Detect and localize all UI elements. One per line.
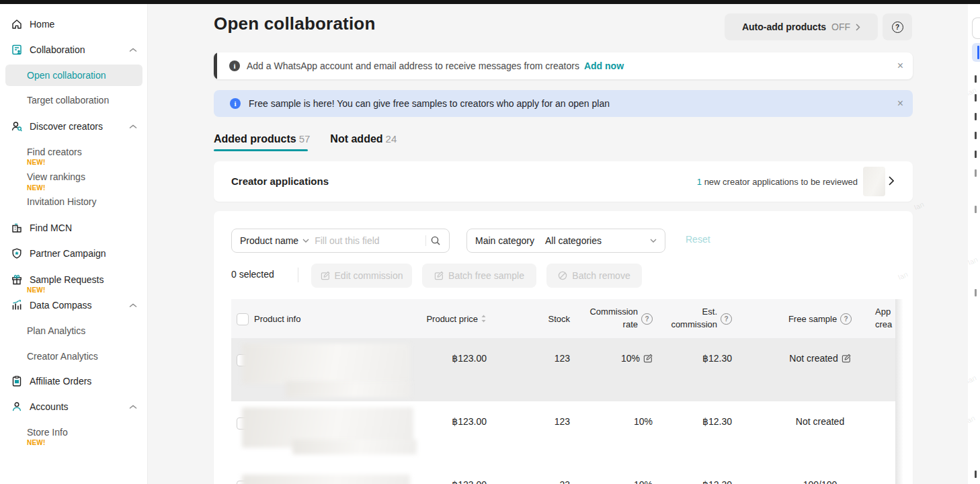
question-circle-icon [892,22,903,33]
accounts-icon [11,401,23,413]
sidebar-item-label: Home [30,19,54,30]
creator-applications-card[interactable]: Creator applications 1 new creator appli… [214,161,913,202]
sidebar-item-home[interactable]: Home [0,15,148,34]
cell-free-sample: Not created [769,414,871,429]
chevron-up-icon[interactable] [129,405,137,409]
edit-commission-button[interactable]: Edit commission [311,264,412,288]
sidebar-item-accounts[interactable]: Accounts [0,397,148,416]
find-mcn-icon [11,222,23,234]
question-circle-icon[interactable] [840,313,852,325]
right-window-sliver: lan lan lan lan [968,4,980,484]
button-label: Batch free sample [448,270,524,281]
close-icon[interactable]: × [897,98,903,109]
cell-product-price: ฿123.00 [386,414,487,429]
watermark-text: lan [913,200,925,212]
sidebar-item-label: Store Info [27,427,68,438]
sidebar-item-view-rankings[interactable]: View rankings [0,167,148,186]
sidebar-item-target-collaboration[interactable]: Target collaboration [0,91,148,110]
sliver-list-item-fragment [975,132,977,139]
sliver-selected-accent [977,46,979,59]
cell-stock: 123 [520,414,570,429]
auto-add-state: OFF [831,22,850,32]
new-badge: NEW! [27,184,45,192]
new-applications-count: 1 [697,177,702,187]
chevron-down-icon [302,239,309,243]
col-label: App [875,307,891,317]
whatsapp-banner: Add a WhatsApp account and email address… [214,52,913,79]
sidebar-item-plan-analytics[interactable]: Plan Analytics [0,321,148,340]
table-row[interactable]: ฿123.00 123 10% ฿12.30 Not created [231,338,895,401]
close-icon[interactable]: × [897,61,903,71]
sidebar-item-store-info[interactable]: Store Info [0,423,148,442]
cell-free-sample: Not created [769,351,871,366]
question-circle-icon[interactable] [721,313,732,325]
col-product-price[interactable]: Product price [386,299,487,338]
sort-icon[interactable] [481,314,487,323]
chevron-down-icon [650,239,657,243]
sidebar-item-collaboration[interactable]: Collaboration [0,40,148,59]
sidebar-item-label: Partner Campaign [30,248,106,259]
active-tab-underline [214,149,308,151]
col-label: crea [875,319,892,329]
cell-est-commission: ฿12.30 [648,351,732,366]
sidebar-item-find-mcn[interactable]: Find MCN [0,218,148,237]
sidebar-item-label: Affiliate Orders [30,376,91,387]
partner-campaign-icon [11,247,23,259]
sidebar-item-discover-creators[interactable]: Discover creators [0,117,148,136]
info-icon [230,98,241,109]
tab-label: Not added [330,133,382,145]
tab-not-added[interactable]: Not added 24 [330,133,397,145]
sliver-list-item-fragment [975,289,977,296]
sidebar-item-invitation-history[interactable]: Invitation History [0,192,148,211]
sidebar-item-label: View rankings [27,171,85,182]
home-icon [11,18,23,30]
chevron-up-icon[interactable] [129,48,137,52]
col-label: Free sample [788,314,837,324]
sample-requests-icon [11,274,23,286]
edit-icon [434,271,444,280]
new-applications-text: new creator applications to be reviewed [704,177,858,187]
edit-free-sample-icon[interactable] [842,354,851,363]
sliver-list-item-fragment [975,94,977,102]
select-all-checkbox[interactable] [237,313,249,325]
button-label: Batch remove [572,270,630,281]
batch-free-sample-button[interactable]: Batch free sample [422,264,536,288]
table-row[interactable]: ฿123.00 23 10% ฿12.30 100/100 [231,465,895,484]
product-name-blur [286,381,411,397]
sidebar-item-label: Sample Requests [30,274,104,285]
product-search-combo[interactable]: Product name [231,229,450,253]
search-field-selector[interactable]: Product name [240,235,298,246]
chevron-up-icon[interactable] [129,124,137,129]
cell-product-price: ฿123.00 [386,477,487,484]
sidebar-item-label: Discover creators [30,121,103,132]
new-badge: NEW! [27,286,45,294]
add-now-link[interactable]: Add now [584,61,624,71]
sidebar-item-data-compass[interactable]: Data Compass [0,296,148,315]
sidebar-item-open-collaboration[interactable]: Open collaboration [5,65,142,86]
sidebar-item-creator-analytics[interactable]: Creator Analytics [0,347,148,366]
reset-button[interactable]: Reset [686,234,710,245]
page-title: Open collaboration [214,13,376,34]
tab-added-products[interactable]: Added products 57 [214,133,310,145]
col-est-commission: Est. commission [648,299,732,338]
col-stock: Stock [520,299,570,338]
product-thumbnail-blur [242,475,410,484]
sidebar-item-find-creators[interactable]: Find creators [0,143,148,161]
help-button[interactable] [883,13,912,40]
chevron-right-icon[interactable] [889,176,894,187]
sidebar-item-affiliate-orders[interactable]: Affiliate Orders [0,372,148,391]
sidebar-item-label: Find MCN [30,223,72,233]
search-icon[interactable] [430,235,441,246]
selected-count: 0 selected [231,269,274,280]
sidebar-item-sample-requests[interactable]: Sample Requests [0,270,148,289]
chevron-up-icon[interactable] [129,303,137,308]
auto-add-products-button[interactable]: Auto-add products OFF [725,13,878,40]
batch-remove-button[interactable]: Batch remove [546,264,642,288]
search-input[interactable] [313,235,421,247]
tab-count: 24 [386,133,397,145]
cell-value: Not created [789,353,838,364]
cell-est-commission: ฿12.30 [648,477,732,484]
main-category-select[interactable]: Main category All categories [466,229,665,253]
sidebar-item-partner-campaign[interactable]: Partner Campaign [0,244,148,263]
table-row[interactable]: ฿123.00 123 10% ฿12.30 Not created [231,401,895,465]
